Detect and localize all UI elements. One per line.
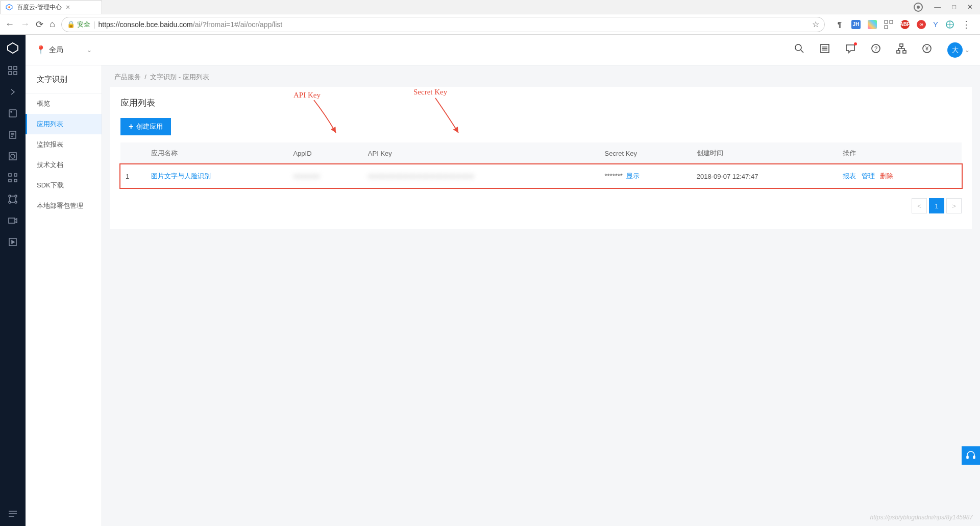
extension-icons: ¶ JH ABP ∞ Y ⋮ [831,19,975,30]
svg-point-1 [8,6,10,8]
ext-jh-icon[interactable]: JH [851,20,861,29]
svg-rect-17 [14,174,17,176]
svg-rect-2 [885,20,888,23]
profile-icon[interactable] [914,3,923,12]
user-menu[interactable]: 大 ⌄ [947,42,970,58]
region-selector[interactable]: 📍 全局 ⌄ [36,45,92,55]
ext-translate-icon[interactable]: ¶ [835,20,844,29]
plus-icon: + [129,122,133,131]
forward-button[interactable]: → [20,19,30,30]
ext-y-icon[interactable]: Y [933,20,938,29]
chevron-down-icon: ⌄ [965,46,970,54]
sidebar-item-monitor[interactable]: 监控报表 [26,134,102,155]
col-created: 创建时间 [692,142,838,164]
page-next-button[interactable]: > [946,198,962,213]
svg-rect-36 [973,456,975,459]
search-icon[interactable] [794,43,804,56]
rail-play-icon[interactable] [8,237,18,247]
ext-globe-icon[interactable] [945,20,954,29]
col-appid: AppID [288,142,362,164]
svg-rect-18 [9,179,11,182]
ext-qr-icon[interactable] [884,20,893,29]
svg-point-23 [15,201,17,203]
appid-value: XXXXXX [293,173,320,180]
col-secret: Secret Key [600,142,692,164]
created-value: 2018-09-07 12:47:47 [692,164,838,188]
sidebar-item-overview[interactable]: 概览 [26,93,102,114]
back-button[interactable]: ← [5,19,14,30]
pagination: < 1 > [120,198,962,213]
ext-abp-icon[interactable]: ABP [900,20,910,29]
svg-rect-14 [9,153,16,160]
secret-masked: ******* [605,172,623,180]
sidebar: 文字识别 概览 应用列表 监控报表 技术文档 SDK下载 本地部署包管理 [26,65,102,526]
window-maximize-icon[interactable]: □ [952,3,956,11]
breadcrumb-leaf: 文字识别 - 应用列表 [150,73,209,81]
window-minimize-icon[interactable]: — [934,3,941,11]
rail-dashboard-icon[interactable] [8,65,18,76]
secret-show-link[interactable]: 显示 [626,172,640,180]
divider: | [93,20,95,29]
app-name-link[interactable]: 图片文字与人脸识别 [151,172,211,180]
rail-server-icon[interactable] [8,108,18,118]
rail-circle-icon[interactable] [8,151,18,161]
rail-network-icon[interactable] [8,194,18,204]
svg-point-22 [9,201,11,203]
avatar: 大 [947,42,963,58]
window-controls: — □ ✕ [906,0,980,14]
breadcrumb: 产品服务 / 文字识别 - 应用列表 [102,65,980,87]
bookmark-star-icon[interactable]: ☆ [812,19,819,29]
svg-rect-7 [9,66,12,69]
app-table: 应用名称 AppID API Key Secret Key 创建时间 操作 1 [120,142,962,188]
page-number-button[interactable]: 1 [929,198,944,213]
svg-rect-9 [9,71,12,75]
ext-infinity-icon[interactable]: ∞ [917,20,926,29]
message-icon[interactable] [845,43,855,56]
region-label: 全局 [49,45,63,55]
svg-text:?: ? [874,45,877,52]
rail-doc-icon[interactable] [8,130,18,140]
svg-rect-11 [9,110,16,117]
ext-color-icon[interactable] [868,20,877,29]
rail-chevron-icon[interactable] [8,87,18,97]
address-bar[interactable]: 🔒 安全 | https://console.bce.baidu.com/ai/… [61,17,825,32]
page-prev-button[interactable]: < [912,198,927,213]
support-button[interactable] [962,446,980,465]
svg-rect-24 [9,218,15,223]
op-report-link[interactable]: 报表 [843,172,856,180]
list-icon[interactable] [820,43,830,56]
row-index: 1 [120,164,146,188]
content-area: 产品服务 / 文字识别 - 应用列表 API Key Secret Key 应用… [102,65,980,526]
sidebar-item-deploy[interactable]: 本地部署包管理 [26,196,102,216]
home-button[interactable]: ⌂ [50,19,55,30]
help-icon[interactable]: ? [871,43,881,56]
create-app-label: 创建应用 [136,122,163,131]
logo-icon[interactable] [7,42,19,54]
location-icon: 📍 [36,45,46,55]
rail-apps-icon[interactable] [8,173,18,183]
sidebar-item-sdk[interactable]: SDK下载 [26,175,102,196]
sidebar-item-app-list[interactable]: 应用列表 [26,114,102,134]
rail-menu-icon[interactable] [8,509,18,519]
favicon-icon [6,4,13,11]
svg-marker-6 [8,43,18,53]
lock-icon: 🔒 安全 [67,20,90,29]
col-ops: 操作 [838,142,962,164]
svg-rect-4 [885,26,888,29]
rail-video-icon[interactable] [8,216,18,226]
tab-close-icon[interactable]: × [66,3,70,11]
currency-icon[interactable]: ¥ [922,43,932,56]
reload-button[interactable]: ⟳ [36,19,43,30]
browser-tab[interactable]: 百度云-管理中心 × [0,0,102,14]
sidebar-title: 文字识别 [26,65,102,93]
breadcrumb-root[interactable]: 产品服务 [114,73,141,81]
op-delete-link[interactable]: 删除 [880,172,893,180]
create-app-button[interactable]: + 创建应用 [120,118,171,135]
browser-menu-icon[interactable]: ⋮ [962,19,971,30]
op-manage-link[interactable]: 管理 [862,172,875,180]
sidebar-item-docs[interactable]: 技术文档 [26,155,102,175]
table-row: 1 图片文字与人脸识别 XXXXXX XXXXXXXXXXXXXXXXXXXXX… [120,164,962,188]
window-close-icon[interactable]: ✕ [967,3,973,11]
tab-title: 百度云-管理中心 [17,3,62,12]
sitemap-icon[interactable] [896,43,906,56]
